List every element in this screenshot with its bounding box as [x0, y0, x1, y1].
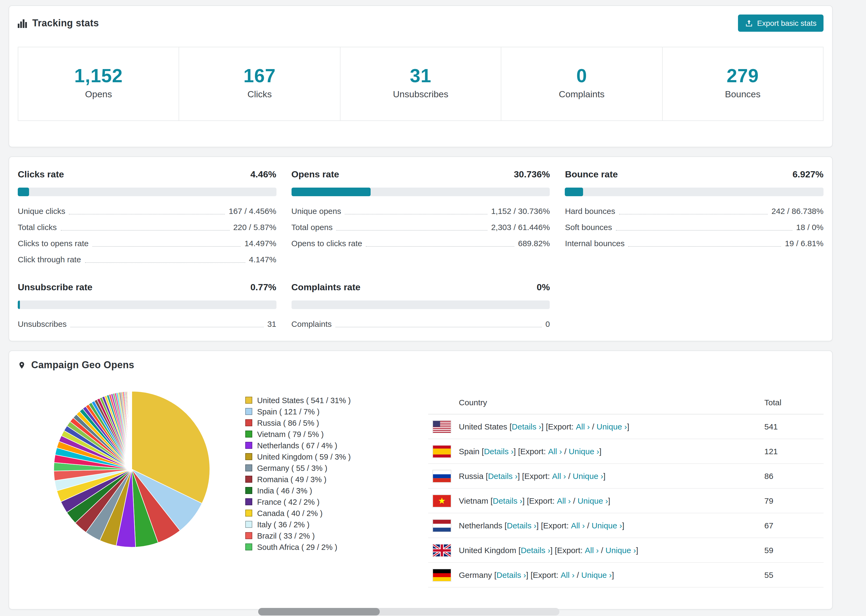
text: / [562, 447, 569, 456]
details-link[interactable]: Details › [521, 545, 550, 555]
country-name: Russia [459, 471, 483, 481]
export-unique-link[interactable]: Unique › [605, 545, 636, 555]
country-cell: United Kingdom [Details ›] [Export: All … [428, 544, 764, 556]
export-unique-link[interactable]: Unique › [597, 422, 627, 431]
export-all-link[interactable]: All › [585, 545, 599, 555]
export-all-link[interactable]: All › [571, 521, 585, 530]
legend-swatch [245, 442, 252, 449]
metric-value: 14.497% [244, 238, 276, 248]
legend-item-vietnam[interactable]: Vietnam ( 79 / 5% ) [245, 428, 428, 440]
legend-label: Russia ( 86 / 5% ) [257, 418, 319, 427]
metric-value: 1,152 / 30.736% [491, 206, 550, 216]
legend-label: Brazil ( 33 / 2% ) [257, 531, 315, 540]
rate-panel-header: Unsubscribe rate0.77% [18, 282, 276, 293]
stat-value: 1,152 [23, 65, 175, 86]
dotted-leader [337, 230, 487, 231]
dotted-leader [335, 327, 542, 327]
metric-row-opens-to-clicks-rate: Opens to clicks rate689.82% [291, 238, 550, 248]
geo-table-row-united-kingdom: United Kingdom [Details ›] [Export: All … [428, 538, 823, 563]
text: ] [627, 422, 629, 431]
details-link[interactable]: Details › [484, 447, 513, 456]
metric-value: 4.147% [249, 254, 277, 264]
metric-row-complaints: Complaints0 [291, 319, 550, 329]
dotted-leader [345, 214, 487, 214]
country-total: 541 [764, 422, 823, 431]
export-basic-stats-button[interactable]: Export basic stats [738, 14, 823, 32]
geo-body: United States ( 541 / 31% )Spain ( 121 /… [18, 371, 823, 588]
stat-label: Unsubscribes [345, 89, 497, 100]
country-total: 59 [764, 545, 823, 555]
legend-item-italy[interactable]: Italy ( 36 / 2% ) [245, 519, 428, 530]
metric-value: 220 / 5.87% [233, 222, 276, 232]
metric-value: 19 / 6.81% [785, 238, 823, 248]
text: [ [502, 521, 507, 530]
text: ] [Export: [542, 422, 576, 431]
legend-item-germany[interactable]: Germany ( 55 / 3% ) [245, 462, 428, 473]
progress-bar-fill [18, 188, 29, 196]
dotted-leader [60, 230, 230, 231]
export-unique-link[interactable]: Unique › [573, 471, 603, 481]
details-link[interactable]: Details › [512, 422, 542, 431]
legend-label: South Africa ( 29 / 2% ) [257, 543, 337, 551]
export-unique-link[interactable]: Unique › [578, 496, 608, 505]
details-link[interactable]: Details › [507, 521, 536, 530]
metric-value: 242 / 86.738% [772, 206, 823, 216]
export-unique-link[interactable]: Unique › [592, 521, 622, 530]
country-cell: Netherlands [Details ›] [Export: All › /… [428, 520, 764, 531]
map-pin-icon [18, 360, 26, 370]
rates-card: Clicks rate4.46%Unique clicks167 / 4.456… [9, 156, 833, 341]
export-all-link[interactable]: All › [557, 496, 571, 505]
legend-item-romania[interactable]: Romania ( 49 / 3% ) [245, 473, 428, 485]
country-name: Vietnam [459, 496, 488, 505]
legend-item-russia[interactable]: Russia ( 86 / 5% ) [245, 417, 428, 428]
legend-item-united-kingdom[interactable]: United Kingdom ( 59 / 3% ) [245, 451, 428, 462]
progress-bar [18, 188, 276, 196]
country-total: 86 [764, 471, 823, 481]
text: / [590, 422, 597, 431]
details-link[interactable]: Details › [488, 471, 518, 481]
export-unique-link[interactable]: Unique › [581, 570, 612, 580]
legend-item-canada[interactable]: Canada ( 40 / 2% ) [245, 508, 428, 519]
export-all-link[interactable]: All › [548, 447, 562, 456]
text: ] [608, 496, 610, 505]
horizontal-scrollbar[interactable] [258, 608, 559, 616]
details-link[interactable]: Details › [493, 496, 522, 505]
metric-label: Complaints [291, 319, 332, 329]
legend-item-south-africa[interactable]: South Africa ( 29 / 2% ) [245, 541, 428, 553]
stat-box-clicks: 167Clicks [179, 47, 340, 120]
country-cell: United States [Details ›] [Export: All ›… [428, 421, 764, 432]
country-cell: Vietnam [Details ›] [Export: All › / Uni… [428, 495, 764, 507]
legend-item-india[interactable]: India ( 46 / 3% ) [245, 485, 428, 496]
legend-item-netherlands[interactable]: Netherlands ( 67 / 4% ) [245, 440, 428, 451]
export-unique-link[interactable]: Unique › [569, 447, 599, 456]
details-link[interactable]: Details › [496, 570, 526, 580]
legend-item-united-states[interactable]: United States ( 541 / 31% ) [245, 394, 428, 406]
stats-strip: 1,152Opens167Clicks31Unsubscribes0Compla… [18, 47, 823, 121]
legend-item-france[interactable]: France ( 42 / 2% ) [245, 496, 428, 508]
legend-label: Germany ( 55 / 3% ) [257, 464, 327, 472]
legend-swatch [245, 464, 252, 471]
export-button-label: Export basic stats [757, 19, 817, 27]
legend-swatch [245, 419, 252, 426]
legend-label: Canada ( 40 / 2% ) [257, 509, 323, 517]
export-all-link[interactable]: All › [576, 422, 590, 431]
export-all-link[interactable]: All › [561, 570, 575, 580]
legend-item-spain[interactable]: Spain ( 121 / 7% ) [245, 406, 428, 417]
metric-row-unique-clicks: Unique clicks167 / 4.456% [18, 206, 276, 216]
legend-swatch [245, 408, 252, 415]
dashboard-page: Tracking stats Export basic stats 1,152O… [0, 0, 866, 616]
stat-label: Complaints [505, 89, 658, 100]
stat-value: 0 [505, 65, 658, 86]
scrollbar-thumb[interactable] [258, 608, 380, 616]
text: [ [507, 422, 512, 431]
legend-label: United States ( 541 / 31% ) [257, 396, 351, 404]
rate-value: 30.736% [514, 169, 550, 180]
text: ] [622, 521, 624, 530]
text: ] [599, 447, 601, 456]
country-total: 121 [764, 447, 823, 456]
geo-title: Campaign Geo Opens [31, 360, 134, 371]
legend-item-brazil[interactable]: Brazil ( 33 / 2% ) [245, 530, 428, 541]
metric-value: 167 / 4.456% [229, 206, 277, 216]
metric-label: Internal bounces [565, 238, 625, 248]
export-all-link[interactable]: All › [552, 471, 566, 481]
